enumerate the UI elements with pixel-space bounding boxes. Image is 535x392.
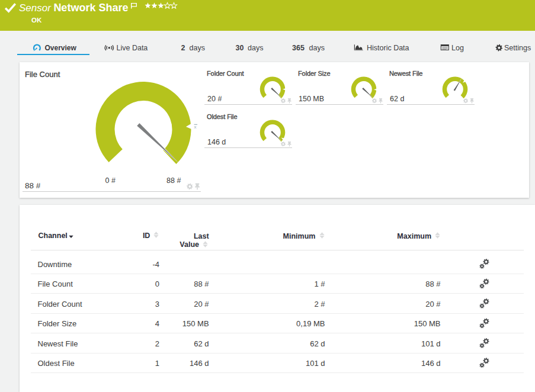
svg-text:x: x xyxy=(194,124,196,130)
